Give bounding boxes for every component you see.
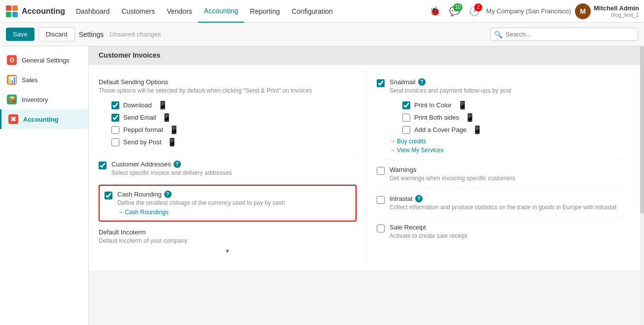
app-name: Accounting xyxy=(22,7,65,16)
print-in-color-checkbox[interactable] xyxy=(402,101,410,109)
send-by-post-checkbox[interactable] xyxy=(111,138,119,146)
intrastat-item: Intrastat ? Collect information and prod… xyxy=(377,189,624,218)
discard-button[interactable]: Discard xyxy=(38,27,75,41)
customer-addresses-content: Customer Addresses ? Select specific inv… xyxy=(111,161,357,177)
print-in-color-option: Print In Color 📱 xyxy=(402,99,624,111)
user-subtitle: blog_test_1 xyxy=(594,12,639,18)
buy-credits-link[interactable]: → Buy credits xyxy=(390,138,426,145)
view-my-services-link[interactable]: → View My Services xyxy=(390,147,443,154)
sidebar-label-accounting: Accounting xyxy=(23,116,59,123)
print-in-color-label: Print In Color xyxy=(414,101,452,109)
toolbar-title: Settings xyxy=(79,31,104,38)
sidebar-label-inventory: Inventory xyxy=(22,96,48,103)
sidebar-item-inventory[interactable]: 📦 Inventory xyxy=(0,90,88,109)
add-cover-page-option: Add a Cover Page 📱 xyxy=(402,124,624,136)
left-column: Default Sending Options Those options wi… xyxy=(99,72,366,262)
print-both-sides-option: Print Both sides 📱 xyxy=(402,111,624,124)
cash-rounding-help-icon[interactable]: ? xyxy=(164,191,172,198)
download-label: Download xyxy=(123,101,152,109)
nav-customers[interactable]: Customers xyxy=(116,0,161,23)
add-cover-label: Add a Cover Page xyxy=(414,126,466,133)
sale-receipt-checkbox[interactable] xyxy=(377,225,385,232)
download-checkbox[interactable] xyxy=(111,101,119,109)
user-menu[interactable]: M Mitchell Admin blog_test_1 xyxy=(575,3,639,19)
save-button[interactable]: Save xyxy=(6,28,35,41)
intrastat-content: Intrastat ? Collect information and prod… xyxy=(390,195,624,212)
warnings-checkbox[interactable] xyxy=(377,167,385,175)
nav-configuration[interactable]: Configuration xyxy=(286,0,339,23)
nav-reporting[interactable]: Reporting xyxy=(244,0,286,23)
sending-options-desc: Those options will be selected by defaul… xyxy=(99,87,357,95)
intrastat-checkbox[interactable] xyxy=(377,196,385,204)
search-icon: 🔍 xyxy=(494,31,502,38)
incoterm-desc: Default Incoterm of your company xyxy=(99,237,357,245)
user-name: Mitchell Admin xyxy=(594,4,639,12)
send-by-post-label: Send by Post xyxy=(123,138,161,146)
cash-roundings-link[interactable]: → Cash Roundings xyxy=(117,209,169,216)
settings-body: Default Sending Options Those options wi… xyxy=(89,65,644,270)
snailmail-checkbox[interactable] xyxy=(377,79,385,87)
nav-accounting[interactable]: Accounting xyxy=(198,0,244,23)
app-logo[interactable]: Accounting xyxy=(5,4,65,18)
cash-rounding-desc: Define the smallest coinage of the curre… xyxy=(117,199,351,207)
activity-badge: 2 xyxy=(474,3,482,11)
nav-right: 🐞 💬 10 🕐 2 My Company (San Francisco) M … xyxy=(427,3,639,19)
search-input[interactable] xyxy=(490,28,638,41)
nav-vendors[interactable]: Vendors xyxy=(161,0,198,23)
sidebar-item-sales[interactable]: 📊 Sales xyxy=(0,70,88,90)
scrollbar-thumb xyxy=(640,46,644,214)
intrastat-help-icon[interactable]: ? xyxy=(415,195,423,202)
sidebar-label-general: General Settings xyxy=(22,57,70,64)
inventory-icon: 📦 xyxy=(7,95,17,104)
incoterm-label: Default Incoterm xyxy=(99,228,357,236)
snailmail-content: Snailmail ? Send invoices and payment fo… xyxy=(390,78,624,154)
company-name: My Company (San Francisco) xyxy=(486,7,571,15)
incoterm-dropdown[interactable]: ▾ xyxy=(99,245,357,257)
customer-addresses-checkbox[interactable] xyxy=(99,162,107,169)
incoterm-content: Default Incoterm Default Incoterm of you… xyxy=(99,228,357,257)
user-info: Mitchell Admin blog_test_1 xyxy=(594,4,639,18)
snailmail-label: Snailmail ? xyxy=(390,78,624,86)
warnings-label: Warnings xyxy=(390,166,624,173)
scrollbar[interactable] xyxy=(640,46,644,325)
general-icon: ⚙ xyxy=(7,55,17,65)
svg-rect-3 xyxy=(12,12,18,17)
cash-rounding-checkbox[interactable] xyxy=(105,192,112,199)
peppol-checkbox[interactable] xyxy=(111,126,119,134)
snailmail-sub-options: Print In Color 📱 Print Both sides 📱 xyxy=(390,99,624,136)
default-sending-options-group: Default Sending Options Those options wi… xyxy=(99,72,357,155)
customer-addresses-item: Customer Addresses ? Select specific inv… xyxy=(99,155,357,184)
app-logo-icon xyxy=(5,4,19,18)
nav-dashboard[interactable]: Dashboard xyxy=(70,0,116,23)
sidebar-label-sales: Sales xyxy=(22,76,38,84)
top-nav: Accounting Dashboard Customers Vendors A… xyxy=(0,0,644,23)
sidebar-item-accounting[interactable]: ✖ Accounting xyxy=(0,109,88,129)
intrastat-desc: Collect information and produce statisti… xyxy=(390,203,624,212)
layout: ⚙ General Settings 📊 Sales 📦 Inventory ✖… xyxy=(0,46,644,325)
main-content: Customer Invoices Default Sending Option… xyxy=(89,46,644,325)
send-email-checkbox[interactable] xyxy=(111,114,119,122)
send-by-post-option: Send by Post 📱 xyxy=(111,136,357,148)
messages-icon[interactable]: 💬 10 xyxy=(447,3,463,19)
peppol-option: Peppol format 📱 xyxy=(111,124,357,136)
print-both-sides-checkbox[interactable] xyxy=(402,114,410,122)
download-mobile-icon: 📱 xyxy=(158,100,168,110)
send-email-option: Send Email 📱 xyxy=(111,111,357,124)
section-header: Customer Invoices xyxy=(89,46,644,65)
default-incoterm-item: Default Incoterm Default Incoterm of you… xyxy=(99,223,357,262)
sending-options-content: Default Sending Options Those options wi… xyxy=(99,78,357,148)
send-email-label: Send Email xyxy=(123,114,156,121)
email-mobile-icon: 📱 xyxy=(162,113,172,122)
activity-icon[interactable]: 🕐 2 xyxy=(466,3,482,19)
add-cover-checkbox[interactable] xyxy=(402,126,410,134)
sidebar-item-general[interactable]: ⚙ General Settings xyxy=(0,50,88,70)
svg-rect-0 xyxy=(6,5,11,11)
debug-icon[interactable]: 🐞 xyxy=(427,3,443,19)
customer-addresses-help-icon[interactable]: ? xyxy=(174,161,181,168)
snailmail-desc: Send invoices and payment follow-ups by … xyxy=(390,87,624,95)
snailmail-help-icon[interactable]: ? xyxy=(418,78,426,86)
nav-links: Dashboard Customers Vendors Accounting R… xyxy=(70,0,427,23)
svg-rect-1 xyxy=(12,5,18,11)
print-both-sides-label: Print Both sides xyxy=(414,114,459,121)
sidebar: ⚙ General Settings 📊 Sales 📦 Inventory ✖… xyxy=(0,46,89,325)
